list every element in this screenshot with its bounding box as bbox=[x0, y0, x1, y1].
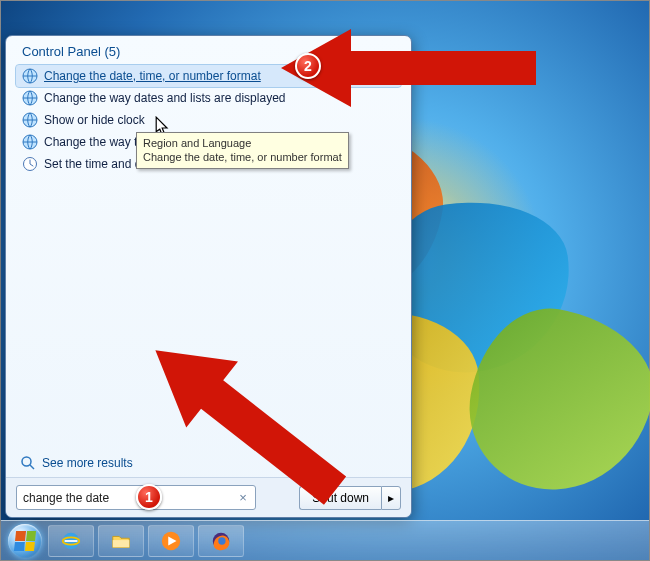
start-menu: Control Panel (5) Change the date, time,… bbox=[5, 35, 412, 518]
tooltip-title: Region and Language bbox=[143, 136, 342, 150]
shutdown-split-button: Shut down ▸ bbox=[299, 486, 401, 510]
tooltip-desc: Change the date, time, or number format bbox=[143, 150, 342, 164]
ie-icon bbox=[60, 530, 82, 552]
shutdown-menu-arrow[interactable]: ▸ bbox=[381, 486, 401, 510]
see-more-results-link[interactable]: See more results bbox=[20, 455, 133, 471]
taskbar-item-ie[interactable] bbox=[48, 525, 94, 557]
taskbar-item-firefox[interactable] bbox=[198, 525, 244, 557]
taskbar-item-wmp[interactable] bbox=[148, 525, 194, 557]
result-label: Change the way dates and lists are displ… bbox=[44, 91, 285, 105]
globe-icon bbox=[22, 68, 38, 84]
start-button[interactable] bbox=[5, 521, 45, 561]
screenshot-root: Control Panel (5) Change the date, time,… bbox=[0, 0, 650, 561]
explorer-icon bbox=[110, 530, 132, 552]
globe-icon bbox=[22, 90, 38, 106]
windows-logo-icon bbox=[8, 524, 42, 558]
result-item-change-date-format[interactable]: Change the date, time, or number format bbox=[16, 65, 401, 87]
results-heading: Control Panel (5) bbox=[22, 44, 401, 59]
search-box[interactable]: × bbox=[16, 485, 256, 510]
see-more-label: See more results bbox=[42, 456, 133, 470]
svg-point-15 bbox=[218, 537, 225, 544]
wmp-icon bbox=[160, 530, 182, 552]
start-menu-results: Control Panel (5) Change the date, time,… bbox=[6, 36, 411, 477]
globe-icon bbox=[22, 134, 38, 150]
chevron-right-icon: ▸ bbox=[388, 491, 394, 505]
svg-rect-11 bbox=[113, 540, 130, 547]
svg-line-6 bbox=[30, 465, 34, 469]
result-label: Change the date, time, or number format bbox=[44, 69, 261, 83]
result-item-change-dates-lists[interactable]: Change the way dates and lists are displ… bbox=[16, 87, 401, 109]
svg-point-5 bbox=[22, 457, 31, 466]
clock-icon bbox=[22, 156, 38, 172]
firefox-icon bbox=[210, 530, 232, 552]
taskbar-item-explorer[interactable] bbox=[98, 525, 144, 557]
shutdown-button[interactable]: Shut down bbox=[299, 486, 381, 510]
tooltip: Region and Language Change the date, tim… bbox=[136, 132, 349, 169]
clear-search-button[interactable]: × bbox=[235, 489, 251, 505]
result-item-show-hide-clock[interactable]: Show or hide clock bbox=[16, 109, 401, 131]
globe-icon bbox=[22, 112, 38, 128]
start-menu-footer: × Shut down ▸ bbox=[6, 477, 411, 517]
search-input[interactable] bbox=[23, 491, 233, 505]
taskbar bbox=[1, 520, 649, 560]
result-label: Show or hide clock bbox=[44, 113, 145, 127]
search-icon bbox=[20, 455, 36, 471]
